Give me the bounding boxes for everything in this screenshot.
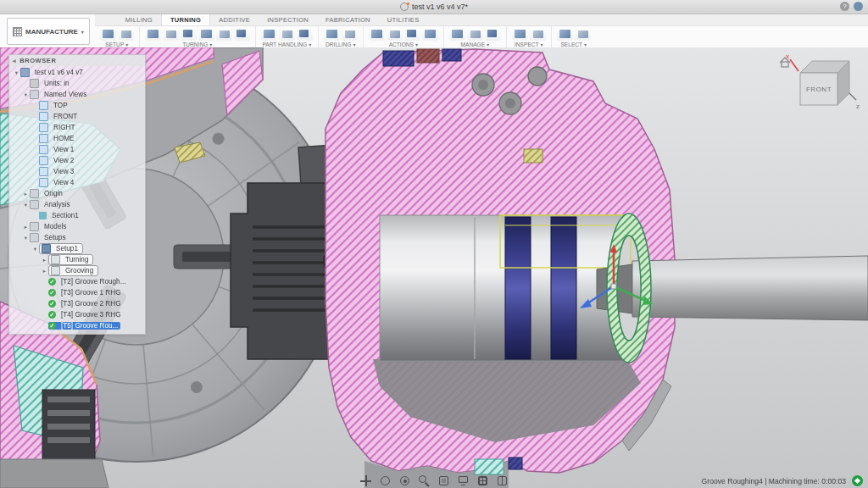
groove-2[interactable] (551, 217, 576, 359)
browser-item-t2-groove-rough[interactable]: ✓[T2] Groove Rough... (9, 276, 145, 287)
disclosure-icon[interactable]: ▾ (13, 69, 20, 76)
browser-item-view-4[interactable]: View 4 (9, 177, 145, 188)
orbit-icon[interactable] (380, 475, 391, 486)
select-tool-icon[interactable] (557, 27, 573, 41)
browser-item-grooving[interactable]: ▸Grooving (9, 265, 145, 276)
browser-item-right[interactable]: RIGHT (9, 122, 145, 133)
grid-settings-icon[interactable] (477, 475, 488, 486)
view-icon (39, 101, 48, 110)
browser-tree: ▾test v1 v6 v4 v7Units: in▾Named ViewsTO… (9, 66, 145, 334)
manage-tool-icon[interactable] (449, 27, 465, 41)
disclosure-icon[interactable]: ▸ (41, 268, 48, 274)
actions-tool-icon[interactable] (369, 27, 385, 41)
browser-collapse-icon[interactable]: ◂ (13, 58, 16, 64)
chevron-down-icon: ▾ (81, 29, 84, 35)
disclosure-icon[interactable]: ▸ (41, 257, 48, 263)
select-tool-icon[interactable] (575, 27, 591, 41)
fit-icon[interactable] (438, 475, 449, 486)
part-handling-tool-icon[interactable] (297, 27, 313, 41)
browser-item-units-in[interactable]: Units: in (9, 78, 145, 89)
turning-tool-icon[interactable] (234, 27, 250, 41)
browser-item-test-v1-v6-v4-v7[interactable]: ▾test v1 v6 v4 v7 (9, 67, 145, 78)
tab-inspection[interactable]: INSPECTION (259, 14, 317, 25)
ribbon-tabs: MILLINGTURNINGADDITIVEINSPECTIONFABRICAT… (95, 14, 868, 26)
tab-turning[interactable]: TURNING (161, 14, 210, 25)
disclosure-icon[interactable]: ▾ (22, 202, 30, 208)
turning-tool-icon[interactable] (216, 27, 232, 41)
disclosure-icon[interactable]: ▸ (22, 191, 30, 197)
browser-item-top[interactable]: TOP (9, 100, 145, 111)
operation-icon: ✓ (48, 311, 56, 319)
look-at-icon[interactable] (399, 475, 410, 486)
browser-item-home[interactable]: HOME (9, 133, 145, 144)
folder-op-icon (51, 255, 60, 264)
part-handling-tool-icon[interactable] (279, 27, 295, 41)
zoom-icon[interactable] (419, 475, 430, 486)
workspace-selector[interactable]: MANUFACTURE ▾ (7, 18, 90, 45)
disclosure-icon[interactable]: ▸ (22, 224, 30, 230)
browser-item-named-views[interactable]: ▾Named Views (9, 89, 145, 100)
tab-fabrication[interactable]: FABRICATION (317, 14, 379, 25)
workspace-grid-icon (13, 27, 22, 36)
browser-item-models[interactable]: ▸Models (9, 221, 145, 232)
status-bar: Groove Roughing4 | Machining time: 0:00:… (702, 477, 846, 485)
user-avatar[interactable] (854, 2, 863, 11)
browser-item-view-2[interactable]: View 2 (9, 155, 145, 166)
groove-1[interactable] (505, 217, 531, 359)
browser-item-front[interactable]: FRONT (9, 111, 145, 122)
setup-tool-icon[interactable] (100, 27, 116, 41)
browser-item-t4-groove-3-rhg[interactable]: ✓[T4] Groove 3 RHG (9, 309, 145, 320)
viewcube[interactable]: x FRONT z (776, 51, 861, 120)
ribbon-group-drilling: DRILLING▾ (318, 26, 363, 49)
turning-tool-icon[interactable] (198, 27, 214, 41)
turning-tool-icon[interactable] (163, 27, 179, 41)
browser-item-view-1[interactable]: View 1 (9, 144, 145, 155)
browser-item-view-3[interactable]: View 3 (9, 166, 145, 177)
disclosure-icon[interactable]: ▾ (31, 246, 39, 252)
chevron-down-icon: ▾ (487, 42, 489, 47)
browser-item-analysis[interactable]: ▾Analysis (9, 199, 145, 210)
inspect-tool-icon[interactable] (530, 27, 546, 41)
pan-icon[interactable] (360, 475, 371, 486)
browser-item-setup1[interactable]: ▾Setup1 (9, 243, 145, 254)
turning-tool-bar[interactable] (597, 256, 868, 320)
tab-additive[interactable]: ADDITIVE (210, 14, 259, 25)
ribbon-toolbar: MANUFACTURE ▾ MILLINGTURNINGADDITIVEINSP… (0, 14, 868, 49)
setup-tool-icon[interactable] (118, 27, 134, 41)
seal-section-maroon (417, 49, 439, 63)
help-icon[interactable]: ? (840, 2, 849, 11)
manage-tool-icon[interactable] (467, 27, 483, 41)
turning-tool-icon[interactable] (145, 27, 161, 41)
actions-tool-icon[interactable] (387, 27, 403, 41)
units-icon (30, 79, 39, 88)
browser-item-t3-groove-2-rhg[interactable]: ✓[T3] Groove 2 RHG (9, 298, 145, 309)
section-icon (39, 212, 47, 219)
display-settings-icon[interactable] (458, 475, 469, 486)
turning-tool-icon[interactable] (181, 27, 197, 41)
browser-item-origin[interactable]: ▸Origin (9, 188, 145, 199)
inspect-tool-icon[interactable] (512, 27, 528, 41)
drilling-tool-icon[interactable] (342, 27, 358, 41)
setup-icon (42, 244, 51, 253)
viewports-icon[interactable] (497, 475, 508, 486)
browser-item-section1[interactable]: Section1 (9, 210, 145, 221)
drilling-tool-icon[interactable] (324, 27, 340, 41)
view-icon (39, 123, 48, 132)
browser-item-setups[interactable]: ▾Setups (9, 232, 145, 243)
actions-tool-icon[interactable] (404, 27, 420, 41)
ribbon-groups: SETUP▾TURNING▾PART HANDLING▾DRILLING▾ACT… (95, 26, 868, 49)
manage-tool-icon[interactable] (485, 27, 501, 41)
browser-item-turning[interactable]: ▸Turning (9, 254, 145, 265)
part-handling-tool-icon[interactable] (261, 27, 277, 41)
fusion-document-icon (400, 3, 409, 11)
tab-utilities[interactable]: UTILITIES (379, 14, 428, 25)
tab-milling[interactable]: MILLING (117, 14, 161, 25)
disclosure-icon[interactable]: ▾ (22, 92, 30, 98)
ribbon-group-inspect: INSPECT▾ (506, 26, 551, 49)
browser-item-t3-groove-1-rhg[interactable]: ✓[T3] Groove 1 RHG (9, 287, 145, 298)
disclosure-icon[interactable]: ▾ (22, 235, 30, 241)
view-icon (39, 178, 48, 187)
actions-tool-icon[interactable] (422, 27, 438, 41)
operation-icon: ✓ (48, 300, 56, 308)
browser-item-t5-groove-rou[interactable]: ✓[T5] Groove Rou... (9, 320, 145, 331)
